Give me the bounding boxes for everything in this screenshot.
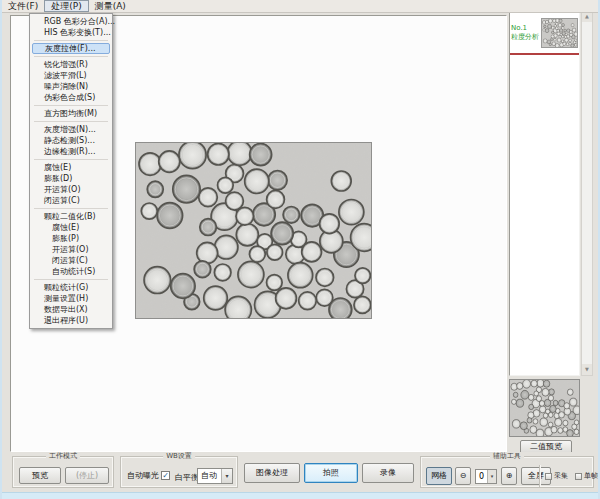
menu-separator	[34, 56, 108, 57]
thumbnail-scrollbar[interactable]: ▲ ▼	[581, 10, 593, 376]
menu-item[interactable]: 腐蚀(E)	[30, 162, 112, 173]
menu-separator	[34, 121, 108, 122]
aux-toggle[interactable]: 单帧	[575, 471, 598, 481]
menu-item[interactable]: 颗粒二值化(B)	[30, 211, 112, 222]
thumbnail-meta: No.1 粒度分析	[511, 24, 541, 42]
menu-item[interactable]: RGB 色彩分合(A)...	[30, 16, 112, 27]
menu-item[interactable]: 开运算(O)	[30, 244, 112, 255]
aux-toggle[interactable]: 采集	[545, 471, 568, 481]
auto-exposure-label: 自动曝光	[127, 470, 159, 481]
mode-group-label: 工作模式	[46, 452, 80, 461]
menu-item[interactable]: 腐蚀(E)	[30, 222, 112, 233]
toolbar-divider	[539, 465, 540, 487]
menu-item[interactable]: 伪彩色合成(S)	[30, 92, 112, 103]
thumbnail-label-line2: 粒度分析	[511, 33, 541, 42]
grid-button[interactable]: 网格	[426, 467, 452, 485]
menu-item[interactable]: 测量设置(H)	[30, 293, 112, 304]
menu-item[interactable]: 灰度增强(N)...	[30, 124, 112, 135]
menu-measure[interactable]: 测量(A)	[89, 0, 132, 12]
menu-item[interactable]: 噪声消除(N)	[30, 81, 112, 92]
toolbar: 工作模式 预览 (停止) WB设置 自动曝光 ✓ 白平衡: 自动 ▾ 图像处理 …	[2, 452, 598, 492]
menu-item[interactable]: 闭运算(C)	[30, 195, 112, 206]
thumbnail-list-item[interactable]: No.1 粒度分析	[510, 11, 579, 55]
menu-item[interactable]: 锐化增强(R)	[30, 59, 112, 70]
menu-item[interactable]: 颗粒统计(G)	[30, 282, 112, 293]
menu-item[interactable]: 膨胀(D)	[30, 173, 112, 184]
aux-toggles: 采集单帧连拍定时	[545, 471, 600, 481]
thumbnail-label-line1: No.1	[511, 24, 541, 33]
wb-select[interactable]: 自动 ▾	[197, 468, 233, 484]
image-process-button[interactable]: 图像处理	[244, 463, 300, 483]
thumbnail-image[interactable]	[541, 18, 578, 48]
thumbnail-list[interactable]: No.1 粒度分析	[509, 10, 580, 376]
checkbox-check-icon: ✓	[161, 471, 170, 480]
menu-separator	[34, 159, 108, 160]
stop-button[interactable]: (停止)	[65, 467, 109, 484]
menu-item[interactable]: 灰度拉伸(F)...	[32, 43, 110, 54]
wb-group-label: WB设置	[163, 452, 195, 461]
preview-image[interactable]	[510, 380, 579, 436]
zoom-out-icon[interactable]: ⊖	[455, 467, 471, 485]
menu-item[interactable]: 开运算(O)	[30, 184, 112, 195]
auto-exposure-checkbox[interactable]: 自动曝光 ✓	[127, 470, 170, 481]
menu-separator	[34, 279, 108, 280]
menu-item[interactable]: 静态检测(S)...	[30, 135, 112, 146]
preview-button[interactable]: 预览	[19, 467, 61, 484]
mode-groupbox: 工作模式 预览 (停止)	[12, 456, 114, 488]
scroll-down-icon[interactable]: ▼	[582, 364, 592, 375]
menu-separator	[34, 105, 108, 106]
menu-item[interactable]: 退出程序(U)	[30, 315, 112, 326]
record-button[interactable]: 录像	[362, 463, 414, 483]
menu-process[interactable]: 处理(P)	[44, 0, 88, 12]
menu-file[interactable]: 文件(F)	[2, 0, 44, 12]
menu-item[interactable]: HIS 色彩变换(T)...	[30, 27, 112, 38]
menu-item[interactable]: 自动统计(S)	[30, 266, 112, 277]
wb-select-value: 自动	[201, 471, 217, 480]
toggle-label: 单帧	[584, 471, 598, 481]
spinner-chevron-icon[interactable]: ▾	[487, 470, 496, 483]
toggle-icon	[545, 473, 552, 480]
menu-item[interactable]: 滤波平滑(L)	[30, 70, 112, 81]
zoom-level-value: 0	[479, 472, 484, 481]
menu-separator	[34, 40, 108, 41]
toggle-icon	[575, 473, 582, 480]
process-menu-dropdown: RGB 色彩分合(A)...HIS 色彩变换(T)...灰度拉伸(F)...锐化…	[29, 13, 113, 329]
aux-groupbox: 辅助工具 网格 ⊖ 0 ▾ ⊕ 全屏 采集单帧连拍定时	[420, 456, 594, 488]
zoom-level-spinner[interactable]: 0 ▾	[475, 469, 497, 484]
specimen-image	[135, 142, 372, 319]
statusbar	[2, 492, 598, 499]
toggle-label: 采集	[554, 471, 568, 481]
app-window: 文件(F)处理(P)测量(A) RGB 色彩分合(A)...HIS 色彩变换(T…	[0, 0, 600, 499]
chevron-down-icon[interactable]: ▾	[221, 469, 232, 483]
zoom-in-icon[interactable]: ⊕	[501, 467, 517, 485]
menu-item[interactable]: 闭运算(C)	[30, 255, 112, 266]
preview-panel	[509, 379, 580, 437]
menu-separator	[34, 208, 108, 209]
menu-item[interactable]: 膨胀(P)	[30, 233, 112, 244]
aux-group-label: 辅助工具	[490, 452, 524, 461]
menu-item[interactable]: 数据导出(X)	[30, 304, 112, 315]
capture-button[interactable]: 拍照	[304, 463, 358, 483]
wb-groupbox: WB设置 自动曝光 ✓ 白平衡: 自动 ▾	[120, 456, 238, 488]
menu-item[interactable]: 边缘检测(R)...	[30, 146, 112, 157]
menu-item[interactable]: 直方图均衡(M)	[30, 108, 112, 119]
menubar: 文件(F)处理(P)测量(A)	[2, 0, 598, 13]
